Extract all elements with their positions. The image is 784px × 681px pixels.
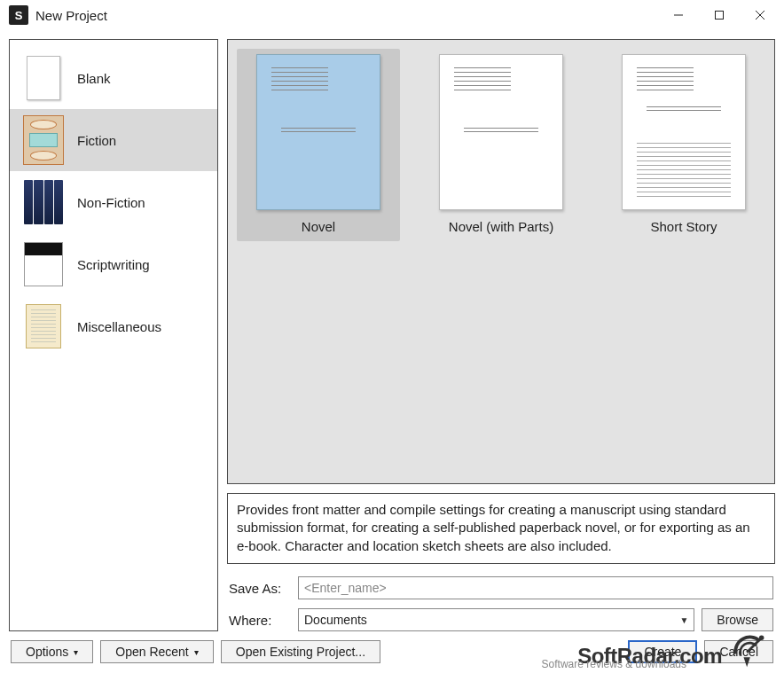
template-label: Short Story — [650, 219, 717, 234]
template-label: Novel (with Parts) — [449, 219, 553, 234]
create-button[interactable]: Create — [628, 640, 697, 663]
fiction-book-icon — [19, 115, 68, 165]
app-icon: S — [9, 5, 28, 25]
title-bar: S New Project — [0, 0, 784, 30]
where-label: Where: — [229, 613, 291, 628]
browse-button[interactable]: Browse — [702, 608, 773, 631]
template-description: Provides front matter and compile settin… — [227, 493, 775, 564]
template-short-story[interactable]: Short Story — [602, 49, 765, 241]
template-novel[interactable]: Novel — [237, 49, 400, 241]
nonfiction-books-icon — [19, 177, 68, 227]
blank-page-icon — [19, 53, 68, 103]
save-as-input[interactable] — [298, 576, 773, 599]
category-label: Scriptwriting — [77, 257, 150, 272]
category-sidebar: Blank Fiction Non-Fiction Scriptwriting — [9, 39, 218, 631]
template-novel-with-parts[interactable]: Novel (with Parts) — [419, 49, 583, 241]
close-button[interactable] — [740, 2, 780, 28]
category-nonfiction[interactable]: Non-Fiction — [10, 171, 217, 233]
template-label: Novel — [302, 219, 335, 234]
where-value: Documents — [304, 613, 367, 627]
save-form: Save As: Where: Documents ▼ Browse — [227, 573, 775, 631]
template-preview-icon — [622, 54, 746, 210]
dialog-footer: Options Open Recent Open Existing Projec… — [0, 631, 784, 681]
open-recent-button[interactable]: Open Recent — [100, 640, 214, 663]
svg-rect-1 — [716, 12, 724, 20]
category-label: Blank — [77, 71, 111, 86]
minimize-button[interactable] — [658, 2, 699, 28]
misc-document-icon — [19, 301, 68, 351]
window-title: New Project — [35, 8, 107, 23]
save-as-label: Save As: — [229, 581, 291, 596]
template-preview-icon — [256, 54, 380, 210]
category-scriptwriting[interactable]: Scriptwriting — [10, 233, 217, 295]
open-existing-button[interactable]: Open Existing Project... — [221, 640, 380, 663]
category-blank[interactable]: Blank — [10, 47, 217, 109]
category-miscellaneous[interactable]: Miscellaneous — [10, 295, 217, 357]
category-fiction[interactable]: Fiction — [10, 109, 217, 171]
category-label: Non-Fiction — [77, 195, 145, 210]
chevron-down-icon: ▼ — [679, 615, 688, 625]
options-button[interactable]: Options — [11, 640, 93, 663]
template-preview-icon — [439, 54, 563, 210]
where-dropdown[interactable]: Documents ▼ — [298, 608, 694, 631]
category-label: Fiction — [77, 133, 116, 148]
category-label: Miscellaneous — [77, 319, 161, 334]
maximize-button[interactable] — [699, 2, 740, 28]
clapboard-icon — [19, 239, 68, 289]
cancel-button[interactable]: Cancel — [704, 640, 773, 663]
template-gallery: Novel Novel (with Parts) Short Stor — [227, 39, 775, 484]
